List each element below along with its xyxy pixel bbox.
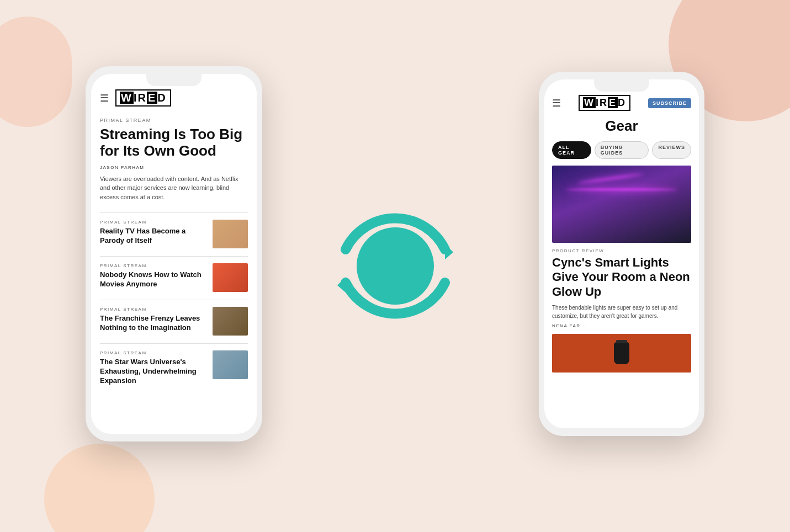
left-screen-scroll: ☰ WIRED PRIMAL STREAM Streaming Is Too B… — [91, 74, 257, 402]
divider-2 — [100, 256, 248, 257]
gear-page-title: Gear — [552, 118, 691, 135]
main-scene: ☰ WIRED PRIMAL STREAM Streaming Is Too B… — [0, 0, 790, 532]
hero-title[interactable]: Streaming Is Too Big for Its Own Good — [100, 126, 248, 159]
right-phone: ☰ WIRED SUBSCRIBE Gear ALL GEAR BUYING G… — [539, 72, 704, 436]
hamburger-icon[interactable]: ☰ — [100, 92, 109, 104]
neon-light-decoration — [566, 189, 677, 190]
hero-category: PRIMAL STREAM — [100, 118, 248, 123]
filter-tab-reviews[interactable]: REVIEWS — [652, 141, 691, 159]
product-title[interactable]: Cync's Smart Lights Give Your Room a Neo… — [552, 256, 691, 299]
article-item-3[interactable]: PRIMAL STREAM The Franchise Frenzy Leave… — [100, 307, 248, 336]
hero-excerpt: Viewers are overloaded with content. And… — [100, 174, 248, 202]
filter-tab-buying-guides[interactable]: BUYING GUIDES — [595, 141, 649, 159]
article-text-2: PRIMAL STREAM Nobody Knows How to Watch … — [100, 263, 207, 289]
right-screen-content: ☰ WIRED SUBSCRIBE Gear ALL GEAR BUYING G… — [544, 79, 699, 428]
subscribe-button[interactable]: SUBSCRIBE — [648, 98, 691, 108]
article-thumb-4 — [213, 350, 248, 379]
filter-tab-all-gear[interactable]: ALL GEAR — [552, 141, 591, 159]
left-phone-inner: ☰ WIRED PRIMAL STREAM Streaming Is Too B… — [91, 74, 257, 434]
divider-4 — [100, 343, 248, 344]
article-title-3: The Franchise Frenzy Leaves Nothing to t… — [100, 314, 207, 333]
left-phone: ☰ WIRED PRIMAL STREAM Streaming Is Too B… — [86, 66, 262, 441]
thumb-figure-1 — [213, 220, 248, 248]
article-title-1: Reality TV Has Become a Parody of Itself — [100, 227, 207, 246]
article-text-1: PRIMAL STREAM Reality TV Has Become a Pa… — [100, 220, 207, 246]
article-title-2: Nobody Knows How to Watch Movies Anymore — [100, 270, 207, 289]
thumb-figure-4 — [213, 350, 248, 379]
featured-image — [552, 166, 691, 243]
article-title-4: The Star Wars Universe's Exhausting, Und… — [100, 358, 207, 386]
canister-icon — [614, 342, 629, 364]
article-cat-1: PRIMAL STREAM — [100, 220, 207, 225]
product-category: PRODUCT REVIEW — [552, 248, 691, 253]
article-thumb-3 — [213, 307, 248, 336]
article-cat-2: PRIMAL STREAM — [100, 263, 207, 268]
article-item-2[interactable]: PRIMAL STREAM Nobody Knows How to Watch … — [100, 263, 248, 292]
svg-marker-1 — [337, 277, 346, 292]
product-article: PRODUCT REVIEW Cync's Smart Lights Give … — [552, 248, 691, 328]
wired-logo-right: WIRED — [579, 95, 630, 111]
article-text-3: PRIMAL STREAM The Franchise Frenzy Leave… — [100, 307, 207, 333]
wired-logo-left: WIRED — [115, 89, 171, 107]
filter-tabs: ALL GEAR BUYING GUIDES REVIEWS — [552, 141, 691, 159]
sync-arrows-svg — [312, 183, 478, 349]
sync-arrows-container — [312, 183, 478, 349]
article-text-4: PRIMAL STREAM The Star Wars Universe's E… — [100, 350, 207, 386]
thumb-figure-3 — [213, 307, 248, 336]
divider-3 — [100, 300, 248, 300]
article-cat-4: PRIMAL STREAM — [100, 350, 207, 355]
hero-article: PRIMAL STREAM Streaming Is Too Big for I… — [100, 118, 248, 201]
article-cat-3: PRIMAL STREAM — [100, 307, 207, 312]
article-item-4[interactable]: PRIMAL STREAM The Star Wars Universe's E… — [100, 350, 248, 386]
thumb-figure-2 — [213, 263, 248, 292]
right-screen: ☰ WIRED SUBSCRIBE Gear ALL GEAR BUYING G… — [544, 79, 699, 380]
product-excerpt: These bendable lights are super easy to … — [552, 304, 691, 320]
product-thumb — [552, 334, 691, 373]
left-header: ☰ WIRED — [100, 89, 248, 107]
product-author: NENA FAR... — [552, 323, 691, 328]
left-phone-notch — [146, 74, 202, 86]
left-screen-content: ☰ WIRED PRIMAL STREAM Streaming Is Too B… — [91, 74, 257, 434]
right-phone-inner: ☰ WIRED SUBSCRIBE Gear ALL GEAR BUYING G… — [544, 79, 699, 428]
right-hamburger-icon[interactable]: ☰ — [552, 97, 561, 109]
article-item-1[interactable]: PRIMAL STREAM Reality TV Has Become a Pa… — [100, 220, 248, 248]
svg-marker-0 — [445, 244, 453, 259]
right-phone-notch — [594, 79, 649, 92]
right-header: ☰ WIRED SUBSCRIBE — [552, 95, 691, 111]
article-thumb-2 — [213, 263, 248, 292]
article-thumb-1 — [213, 220, 248, 248]
divider-1 — [100, 212, 248, 213]
hero-author: JASON PARHAM — [100, 165, 248, 170]
